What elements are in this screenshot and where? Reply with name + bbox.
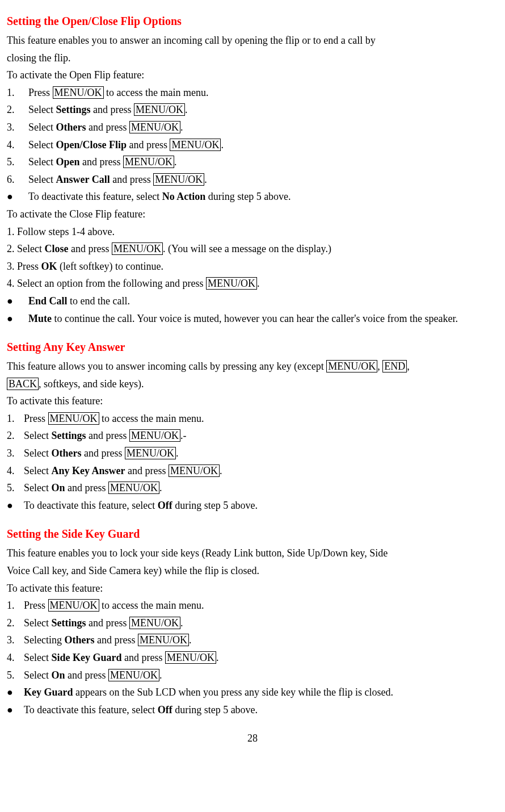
list-item: 3. Select Others and press MENU/OK. (7, 119, 498, 136)
key-label: END (382, 360, 407, 372)
item-text: To deactivate this feature, select Off d… (24, 701, 498, 719)
list-item: 1. Press MENU/OK to access the main menu… (7, 410, 498, 428)
list-item: 4. Select Open/Close Flip and press MENU… (7, 136, 498, 154)
list-item: 3. Select Others and press MENU/OK. (7, 445, 498, 462)
item-text: Select Settings and press MENU/OK. (28, 101, 498, 119)
paragraph: 2. Select Close and press MENU/OK. (You … (7, 240, 498, 258)
key-label: MENU/OK (134, 103, 185, 116)
item-text: Select Any Key Answer and press MENU/OK. (24, 462, 498, 480)
item-text: Select On and press MENU/OK. (24, 479, 498, 497)
key-label: MENU/OK (112, 242, 163, 255)
item-number: 5. (7, 667, 24, 684)
paragraph: This feature enables you to answer an in… (7, 32, 498, 49)
list-item: 3. Selecting Others and press MENU/OK. (7, 631, 498, 649)
list-item: 5. Select On and press MENU/OK. (7, 479, 498, 497)
paragraph: 1. Follow steps 1-4 above. (7, 223, 498, 241)
key-label: MENU/OK (129, 121, 180, 133)
key-label: MENU/OK (129, 617, 180, 629)
item-number: 5. (7, 479, 24, 497)
item-text: Mute to continue the call. Your voice is… (28, 310, 498, 328)
list-item: 5. Select On and press MENU/OK. (7, 667, 498, 684)
page-number: 28 (7, 730, 498, 747)
item-text: Select Settings and press MENU/OK. (24, 614, 498, 632)
bullet-icon: ● (7, 684, 24, 701)
paragraph: 4. Select an option from the following a… (7, 275, 498, 292)
item-text: Key Guard appears on the Sub LCD when yo… (24, 684, 498, 701)
item-number: 3. (7, 445, 24, 462)
bullet-icon: ● (7, 310, 28, 328)
key-label: MENU/OK (48, 599, 99, 612)
item-number: 2. (7, 101, 28, 119)
paragraph: closing the flip. (7, 49, 498, 67)
list-item: ● Mute to continue the call. Your voice … (7, 310, 498, 328)
list-item: 2. Select Settings and press MENU/OK.- (7, 427, 498, 445)
item-text: End Call to end the call. (28, 292, 498, 310)
item-number: 2. (7, 614, 24, 632)
bullet-icon: ● (7, 188, 28, 206)
key-label: MENU/OK (48, 412, 99, 425)
item-text: Select On and press MENU/OK. (24, 667, 498, 684)
section-heading-flip: Setting the Open/Close Flip Options (7, 11, 498, 31)
list-item: 6. Select Answer Call and press MENU/OK. (7, 171, 498, 189)
list-item: ● To deactivate this feature, select Off… (7, 497, 498, 514)
item-number: 4. (7, 462, 24, 480)
item-text: Selecting Others and press MENU/OK. (24, 631, 498, 649)
paragraph: BACK, softkeys, and side keys). (7, 375, 498, 393)
item-number: 3. (7, 631, 24, 649)
paragraph: To activate the Close Flip feature: (7, 206, 498, 223)
section-heading-anykey: Setting Any Key Answer (7, 337, 498, 357)
item-number: 4. (7, 649, 24, 667)
key-label: MENU/OK (206, 277, 257, 290)
paragraph: To activate this feature: (7, 392, 498, 410)
paragraph: Voice Call key, and Side Camera key) whi… (7, 562, 498, 580)
key-label: MENU/OK (108, 669, 159, 681)
key-label: MENU/OK (108, 482, 159, 494)
item-number: 6. (7, 171, 28, 189)
list-item: 1. Press MENU/OK to access the main menu… (7, 84, 498, 102)
item-number: 4. (7, 136, 28, 154)
list-item: ● End Call to end the call. (7, 292, 498, 310)
list-item: ● To deactivate this feature, select Off… (7, 701, 498, 719)
item-text: To deactivate this feature, select Off d… (24, 497, 498, 514)
item-number: 1. (7, 410, 24, 428)
list-item: 1. Press MENU/OK to access the main menu… (7, 597, 498, 614)
item-text: Select Others and press MENU/OK. (28, 119, 498, 136)
item-text: Select Side Key Guard and press MENU/OK. (24, 649, 498, 667)
key-label: MENU/OK (326, 360, 377, 372)
bullet-icon: ● (7, 497, 24, 514)
item-number: 5. (7, 153, 28, 171)
item-text: Select Open and press MENU/OK. (28, 153, 498, 171)
key-label: MENU/OK (165, 651, 216, 664)
paragraph: This feature allows you to answer incomi… (7, 358, 498, 375)
paragraph: This feature enables you to lock your si… (7, 545, 498, 562)
item-text: Press MENU/OK to access the main menu. (24, 410, 498, 428)
list-item: ● To deactivate this feature, select No … (7, 188, 498, 206)
key-label: BACK (7, 378, 39, 390)
item-number: 2. (7, 427, 24, 445)
section-heading-keyguard: Setting the Side Key Guard (7, 524, 498, 543)
item-text: To deactivate this feature, select No Ac… (28, 188, 498, 206)
key-label: MENU/OK (129, 429, 180, 442)
list-item: 2. Select Settings and press MENU/OK. (7, 614, 498, 632)
item-text: Select Others and press MENU/OK. (24, 445, 498, 462)
list-item: ● Key Guard appears on the Sub LCD when … (7, 684, 498, 701)
list-item: 2. Select Settings and press MENU/OK. (7, 101, 498, 119)
bullet-icon: ● (7, 292, 28, 310)
key-label: MENU/OK (53, 86, 104, 99)
item-text: Select Answer Call and press MENU/OK. (28, 171, 498, 189)
key-label: MENU/OK (170, 139, 221, 151)
paragraph: To activate this feature: (7, 580, 498, 597)
list-item: 4. Select Any Key Answer and press MENU/… (7, 462, 498, 480)
item-text: Press MENU/OK to access the main menu. (28, 84, 498, 102)
bullet-icon: ● (7, 701, 24, 719)
item-text: Press MENU/OK to access the main menu. (24, 597, 498, 614)
item-text: Select Settings and press MENU/OK.- (24, 427, 498, 445)
list-item: 5. Select Open and press MENU/OK. (7, 153, 498, 171)
key-label: MENU/OK (153, 173, 204, 186)
item-number: 1. (7, 84, 28, 102)
key-label: MENU/OK (123, 156, 174, 168)
paragraph: 3. Press OK (left softkey) to continue. (7, 258, 498, 275)
item-number: 3. (7, 119, 28, 136)
list-item: 4. Select Side Key Guard and press MENU/… (7, 649, 498, 667)
paragraph: To activate the Open Flip feature: (7, 66, 498, 84)
